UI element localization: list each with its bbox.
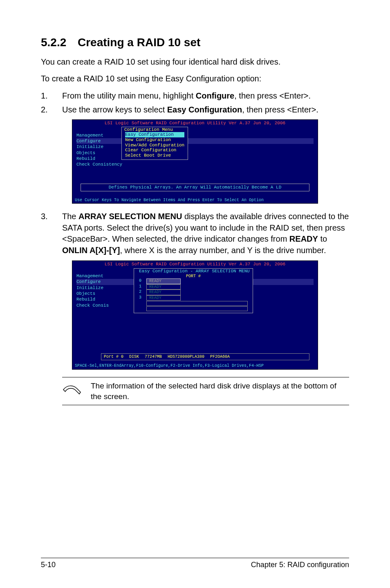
drive-row-empty [146,301,248,306]
config-item: Select Boot Drive [125,153,184,158]
drive-row: 3READY [134,295,253,301]
intro-p2: To create a RAID 10 set using the Easy C… [41,73,349,84]
drive-row: 1READY [134,284,253,290]
info-size: 77247MB [145,355,162,359]
menu-item: Initialize [76,144,314,150]
port-header: PORT # [134,274,253,279]
section-heading: 5.2.2Creating a RAID 10 set [41,36,349,49]
step-1: 1. From the utility main menu, highlight… [41,90,349,101]
step-text: From the utility main menu, highlight Co… [62,90,349,101]
drive-info-bar: Port # 0 DISK 77247MB HDS728080PLA380 PF… [101,353,309,361]
step-text: Use the arrow keys to select Easy Config… [62,104,349,115]
bios-footer: Use Cursor Keys To Navigate Between Item… [72,198,318,204]
bios-body: Management Configure Initialize Objects … [72,127,318,198]
drive-row: 0READY [134,278,253,284]
menu-item: Objects [76,150,314,156]
note-box: The information of the selected hard dis… [62,377,349,405]
config-menu-title: Configuration Menu [124,127,184,132]
note-text: The information of the selected hard dis… [91,381,349,402]
info-disk: DISK [129,355,139,359]
step-text: The ARRAY SELECTION MENU displays the av… [62,211,349,256]
info-port: Port # 0 [104,355,123,359]
bios-titlebar: LSI Logic Software RAID Configuration Ut… [72,261,318,268]
config-item: Clear Configuration [125,148,184,153]
section-title: Creating a RAID 10 set [78,36,200,49]
bios-main-menu: Management Configure Initialize Objects … [76,132,314,168]
bios-config-menu: Configuration Menu Easy Configuration Ne… [121,127,188,160]
page-footer: 5-10 Chapter 5: RAID configuration [41,558,349,569]
section-number: 5.2.2 [41,36,78,49]
bios-screenshot-1: LSI Logic Software RAID Configuration Ut… [72,119,318,204]
bios-body: Management Configure Initialize Objects … [72,267,318,364]
config-item: New Configuration [125,137,184,143]
info-rev: PF2OA60A [210,355,230,359]
step-num: 1. [41,90,62,101]
page-number: 5-10 [41,561,56,569]
bios-footer: SPACE-Sel,ENTER-EndArray,F10-Configure,F… [72,364,318,369]
config-item: View/Add Configuration [125,143,184,148]
menu-item-selected: Configure [76,138,314,144]
menu-item: Check Consistency [76,162,314,167]
menu-item: Management [76,132,314,138]
array-selection-menu: Easy Configuration - ARRAY SELECTION MEN… [134,268,253,313]
config-item-selected: Easy Configuration [125,132,184,137]
step-2: 2. Use the arrow keys to select Easy Con… [41,104,349,115]
drive-row-empty [146,306,248,311]
array-menu-title: Easy Configuration - ARRAY SELECTION MEN… [137,269,251,274]
menu-item: Rebuild [76,156,314,162]
info-model: HDS728080PLA380 [168,355,204,359]
page: 5.2.2Creating a RAID 10 set You can crea… [0,0,390,588]
bios-message: Defines Physical Arrays. An Array Will A… [81,184,309,191]
step-num: 2. [41,104,62,115]
bios-titlebar: LSI Logic Software RAID Configuration Ut… [72,120,318,127]
step-num: 3. [41,211,62,256]
intro-p1: You can create a RAID 10 set using four … [41,56,349,67]
bios-screenshot-2: LSI Logic Software RAID Configuration Ut… [72,260,318,370]
steps-1-2: 1. From the utility main menu, highlight… [41,90,349,115]
step-3: 3. The ARRAY SELECTION MENU displays the… [41,211,349,256]
drive-row: 2READY [134,290,253,295]
chapter-label: Chapter 5: RAID configuration [251,561,349,569]
pencil-icon [62,383,82,399]
